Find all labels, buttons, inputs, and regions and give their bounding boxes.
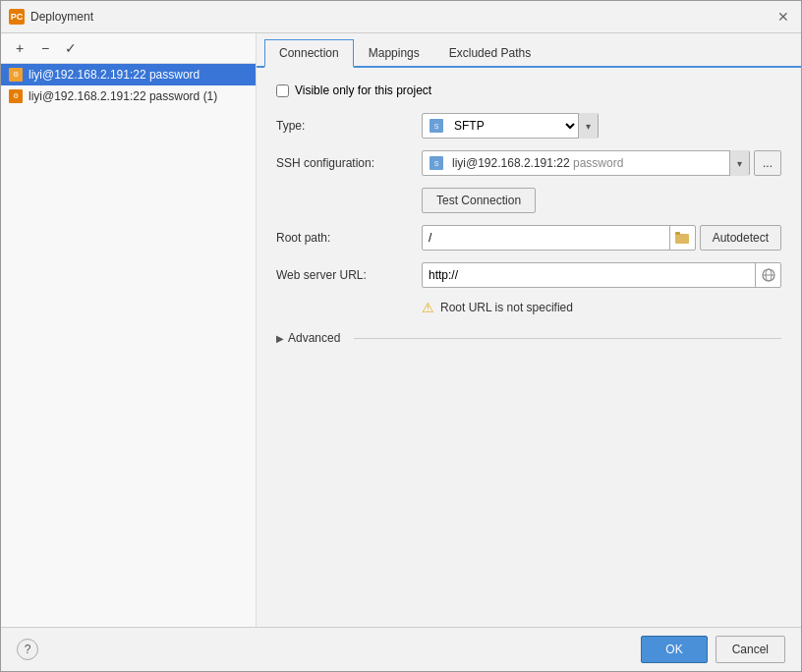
server-label-1: liyi@192.168.2.191:22 password	[29, 68, 200, 82]
ssh-icon: S	[427, 153, 446, 173]
ssh-dropdown-arrow: ▾	[729, 150, 749, 176]
ssh-row: SSH configuration: S liyi@192.168.2.191:…	[276, 150, 781, 176]
type-dropdown[interactable]: S SFTP ▾	[422, 113, 599, 139]
test-connection-row: Test Connection	[276, 188, 781, 213]
server-label-2: liyi@192.168.2.191:22 password (1)	[29, 89, 217, 103]
server-item-2[interactable]: ⚙ liyi@192.168.2.191:22 password (1)	[1, 85, 256, 107]
cancel-button[interactable]: Cancel	[716, 636, 785, 663]
server-list: ⚙ liyi@192.168.2.191:22 password ⚙ liyi@…	[1, 64, 256, 627]
chevron-right-icon: ▶	[276, 333, 284, 344]
footer-buttons: OK Cancel	[641, 636, 785, 663]
remove-server-button[interactable]: −	[34, 37, 56, 59]
warning-row: ⚠ Root URL is not specified	[276, 300, 781, 315]
web-url-input[interactable]	[423, 268, 755, 282]
root-path-input[interactable]	[423, 231, 669, 245]
visible-only-checkbox[interactable]	[276, 84, 289, 97]
type-select[interactable]: SFTP	[446, 118, 578, 134]
tab-mappings[interactable]: Mappings	[354, 39, 434, 68]
root-path-input-wrap	[422, 225, 696, 251]
warning-icon: ⚠	[422, 300, 434, 315]
sftp-icon: S	[427, 116, 446, 136]
ssh-value: liyi@192.168.2.191:22 password	[446, 156, 729, 170]
tab-excluded-paths[interactable]: Excluded Paths	[434, 39, 545, 68]
title-bar: PC Deployment ✕	[1, 1, 801, 33]
app-icon: PC	[9, 9, 25, 25]
ssh-control: S liyi@192.168.2.191:22 password ▾ ...	[422, 150, 781, 176]
dialog-footer: ? OK Cancel	[1, 627, 801, 671]
type-control: S SFTP ▾	[422, 113, 781, 139]
warning-text: Root URL is not specified	[440, 301, 573, 314]
tabs-bar: Connection Mappings Excluded Paths	[257, 33, 801, 68]
add-server-button[interactable]: +	[9, 37, 30, 59]
dialog-title: Deployment	[30, 10, 768, 24]
close-button[interactable]: ✕	[773, 7, 793, 27]
server-icon-1: ⚙	[9, 68, 23, 82]
folder-icon[interactable]	[669, 225, 695, 251]
globe-icon	[755, 262, 780, 288]
ssh-more-button[interactable]: ...	[754, 150, 781, 176]
advanced-toggle[interactable]: ▶ Advanced	[276, 331, 340, 345]
deployment-dialog: PC Deployment ✕ + − ✓ ⚙ liyi@192.168.2.1…	[0, 0, 802, 672]
server-icon-2: ⚙	[9, 89, 23, 103]
separator-line	[354, 338, 781, 339]
tab-connection[interactable]: Connection	[264, 39, 354, 68]
root-path-row: Root path: Autodetect	[276, 225, 781, 251]
type-dropdown-arrow: ▾	[578, 113, 598, 139]
server-item-1[interactable]: ⚙ liyi@192.168.2.191:22 password	[1, 64, 256, 85]
sidebar-toolbar: + − ✓	[1, 33, 256, 64]
ok-button[interactable]: OK	[641, 636, 707, 663]
main-panel: Connection Mappings Excluded Paths Visib…	[257, 33, 801, 627]
svg-rect-0	[675, 234, 689, 244]
svg-rect-1	[675, 232, 680, 235]
autodetect-button[interactable]: Autodetect	[700, 225, 781, 251]
check-server-button[interactable]: ✓	[60, 37, 82, 59]
help-button[interactable]: ?	[17, 639, 38, 660]
type-label: Type:	[276, 119, 414, 133]
sidebar: + − ✓ ⚙ liyi@192.168.2.191:22 password ⚙…	[1, 33, 257, 627]
ssh-dropdown[interactable]: S liyi@192.168.2.191:22 password ▾	[422, 150, 750, 176]
visible-only-row: Visible only for this project	[276, 84, 781, 97]
content-area: + − ✓ ⚙ liyi@192.168.2.191:22 password ⚙…	[1, 33, 801, 627]
root-path-control: Autodetect	[422, 225, 781, 251]
url-input-wrap	[422, 262, 781, 288]
root-path-label: Root path:	[276, 231, 414, 245]
advanced-label: Advanced	[288, 331, 340, 345]
web-url-control	[422, 262, 781, 288]
form-area: Visible only for this project Type: S SF…	[257, 68, 801, 627]
visible-only-label: Visible only for this project	[295, 84, 431, 97]
web-url-row: Web server URL:	[276, 262, 781, 288]
type-row: Type: S SFTP ▾	[276, 113, 781, 139]
web-url-label: Web server URL:	[276, 268, 414, 282]
ssh-label: SSH configuration:	[276, 156, 414, 170]
test-connection-button[interactable]: Test Connection	[422, 188, 536, 213]
advanced-row: ▶ Advanced	[276, 327, 781, 345]
